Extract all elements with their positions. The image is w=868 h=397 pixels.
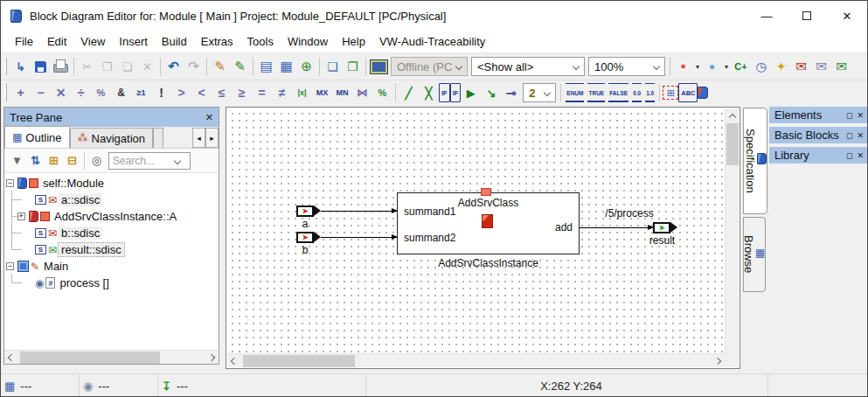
not-operator-icon[interactable]: !	[151, 83, 171, 102]
redo-icon[interactable]: ↷	[184, 57, 204, 76]
edit-data-icon[interactable]: ✎	[230, 57, 250, 76]
panel-dock-icon[interactable]: ◻	[846, 111, 852, 120]
add-continuous-element-icon[interactable]: ●	[702, 57, 722, 76]
true-literal-icon[interactable]: TRUE	[587, 83, 605, 102]
switch-icon[interactable]: ╱	[399, 83, 419, 102]
tree-expander[interactable]: +	[17, 212, 25, 220]
block-diagram-canvas[interactable]: AddSrvClass summand1 summand2 add AddSrv…	[226, 107, 740, 369]
tab-browse[interactable]: ▦ Browse	[743, 217, 766, 292]
panel-dock-icon[interactable]: ◻	[846, 131, 852, 140]
send-message-icon[interactable]: ✉	[831, 57, 851, 76]
limiter-icon[interactable]: ⋈	[352, 83, 372, 102]
add-discrete-element-icon[interactable]: ▪	[673, 57, 693, 76]
collapse-all-icon[interactable]: ⊟	[63, 152, 81, 170]
block-size-combo[interactable]: 2	[523, 83, 556, 102]
add-constant-icon[interactable]: C+	[731, 57, 751, 76]
percent-case-icon[interactable]: %	[372, 83, 392, 102]
canvas-vertical-scrollbar[interactable]	[725, 108, 739, 353]
subtract-operator-icon[interactable]: −	[31, 83, 51, 102]
wire-b-to-summand2[interactable]	[321, 237, 397, 238]
search-combo[interactable]	[108, 152, 191, 170]
if-then-icon[interactable]: IF	[439, 83, 450, 102]
tree-item-main[interactable]: − ✎ Main	[4, 258, 219, 275]
save-icon[interactable]	[31, 57, 51, 76]
panel-close-icon[interactable]: ✕	[857, 151, 864, 160]
and-operator-icon[interactable]: &	[111, 83, 131, 102]
tab-partial[interactable]	[153, 128, 163, 148]
menu-vw-audi-traceability[interactable]: VW-Audi-Traceability	[372, 32, 492, 51]
terminate-icon[interactable]: ⊸	[501, 83, 521, 102]
protected-component-icon[interactable]	[698, 87, 708, 99]
menu-window[interactable]: Window	[281, 32, 335, 51]
false-literal-icon[interactable]: FALSE	[608, 83, 628, 102]
scroll-right-icon[interactable]	[205, 351, 219, 365]
add-resource-icon[interactable]: ✦	[771, 57, 791, 76]
close-button[interactable]: ✕	[827, 1, 867, 31]
panel-dock-icon[interactable]: ◻	[846, 151, 852, 160]
tab-scroll-right-icon[interactable]: ▸	[205, 128, 219, 148]
greater-operator-icon[interactable]: >	[171, 83, 191, 102]
less-equal-operator-icon[interactable]: ≤	[212, 83, 232, 102]
add-database-item-icon[interactable]: ▤	[256, 57, 276, 76]
diagram-play-icon[interactable]: ▶	[461, 83, 481, 102]
output-port-result[interactable]: ➤	[653, 222, 670, 233]
canvas-view[interactable]: AddSrvClass summand1 summand2 add AddSrv…	[227, 108, 725, 353]
panel-header[interactable]: Library ◻ ✕	[769, 147, 867, 164]
if-then-else-icon[interactable]: IF	[450, 83, 462, 102]
less-operator-icon[interactable]: <	[191, 83, 212, 102]
receive-message-icon[interactable]: ✉	[791, 57, 811, 76]
undo-icon[interactable]: ↶	[163, 57, 184, 76]
filter-combo[interactable]: <Show all>	[471, 57, 585, 76]
filter-icon[interactable]: ▼	[8, 152, 26, 170]
enum-literal-icon[interactable]: ENUM	[566, 83, 584, 102]
multiply-operator-icon[interactable]: ✕	[51, 83, 71, 102]
panel-header[interactable]: Elements ◻ ✕	[769, 107, 867, 123]
tab-specification[interactable]: Specification	[743, 108, 767, 214]
modulo-operator-icon[interactable]: %	[91, 83, 111, 102]
show-in-browser-icon[interactable]: ↳	[10, 57, 31, 76]
tab-scroll-left-icon[interactable]: ◂	[192, 128, 205, 148]
experiment-monitor-icon[interactable]	[369, 57, 389, 76]
zero-literal-icon[interactable]: 0.0	[632, 83, 642, 102]
minimize-button[interactable]: —	[746, 1, 787, 31]
tree-pane-header[interactable]: Tree Pane ✕	[4, 108, 219, 127]
scrollbar-thumb[interactable]	[243, 355, 355, 367]
scroll-left-icon[interactable]	[4, 351, 18, 365]
block-handle[interactable]	[481, 188, 491, 196]
menu-insert[interactable]: Insert	[112, 32, 155, 51]
scroll-left-icon[interactable]	[227, 354, 241, 368]
menu-view[interactable]: View	[73, 32, 112, 51]
print-icon[interactable]	[51, 57, 71, 76]
expand-all-icon[interactable]: ⊞	[45, 152, 63, 170]
edit-component-icon[interactable]: ✎	[210, 57, 230, 76]
dropdown-arrow-icon[interactable]: ▾	[722, 63, 731, 71]
scrollbar-thumb[interactable]	[20, 352, 160, 364]
dropdown-arrow-icon[interactable]: ▾	[693, 63, 702, 71]
panel-close-icon[interactable]: ✕	[857, 131, 864, 140]
title-bar[interactable]: Block Diagram Editor for: Module [ Main …	[1, 1, 867, 31]
comment-icon[interactable]: ABC	[678, 83, 698, 102]
search-input[interactable]	[109, 155, 172, 167]
or-operator-icon[interactable]: ≥1	[131, 83, 151, 102]
experiment-target-combo[interactable]: Offline (PC	[391, 57, 468, 76]
tree-item-b[interactable]: S ✉ b::sdisc	[4, 225, 219, 241]
max-operator-icon[interactable]: MX	[312, 83, 332, 102]
tree-item-self-module[interactable]: − self::Module	[4, 175, 219, 192]
copy-icon[interactable]: ❐	[97, 57, 117, 76]
connector-icon[interactable]: ↘	[481, 83, 501, 102]
menu-build[interactable]: Build	[155, 32, 194, 51]
delete-icon[interactable]: ✕	[137, 57, 157, 76]
divide-operator-icon[interactable]: ÷	[71, 83, 91, 102]
tree-expander[interactable]: −	[6, 262, 14, 270]
add-module-icon[interactable]: ▦	[276, 57, 296, 76]
tree-horizontal-scrollbar[interactable]	[4, 350, 219, 364]
menu-file[interactable]: File	[8, 32, 40, 51]
open-specification-icon[interactable]: ❏	[323, 57, 343, 76]
generate-code-icon[interactable]: ❐	[343, 57, 363, 76]
wire-a-to-summand1[interactable]	[321, 211, 397, 212]
scroll-right-icon[interactable]	[711, 354, 725, 368]
scroll-up-icon[interactable]	[726, 108, 740, 122]
add-timer-icon[interactable]: ◷	[751, 57, 771, 76]
find-icon[interactable]: ◎	[87, 152, 106, 170]
menu-tools[interactable]: Tools	[240, 32, 281, 51]
